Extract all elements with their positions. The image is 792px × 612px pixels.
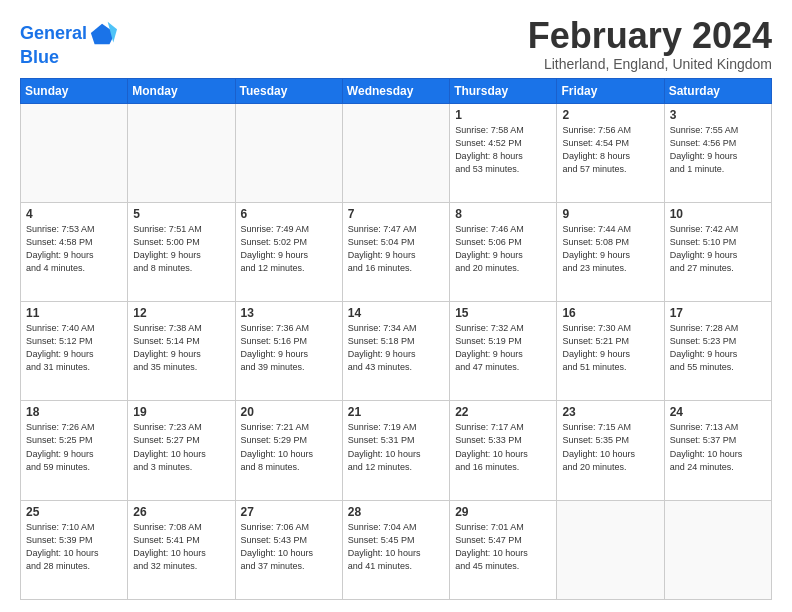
calendar-cell-w1-d4: 1Sunrise: 7:58 AM Sunset: 4:52 PM Daylig… (450, 103, 557, 202)
day-number: 2 (562, 108, 658, 122)
day-info: Sunrise: 7:17 AM Sunset: 5:33 PM Dayligh… (455, 421, 551, 473)
day-number: 29 (455, 505, 551, 519)
calendar-cell-w3-d2: 13Sunrise: 7:36 AM Sunset: 5:16 PM Dayli… (235, 302, 342, 401)
calendar-cell-w5-d3: 28Sunrise: 7:04 AM Sunset: 5:45 PM Dayli… (342, 500, 449, 599)
day-info: Sunrise: 7:42 AM Sunset: 5:10 PM Dayligh… (670, 223, 766, 275)
logo-subtext: Blue (20, 48, 117, 68)
day-number: 4 (26, 207, 122, 221)
day-info: Sunrise: 7:23 AM Sunset: 5:27 PM Dayligh… (133, 421, 229, 473)
day-info: Sunrise: 7:01 AM Sunset: 5:47 PM Dayligh… (455, 521, 551, 573)
day-info: Sunrise: 7:10 AM Sunset: 5:39 PM Dayligh… (26, 521, 122, 573)
day-info: Sunrise: 7:38 AM Sunset: 5:14 PM Dayligh… (133, 322, 229, 374)
day-info: Sunrise: 7:34 AM Sunset: 5:18 PM Dayligh… (348, 322, 444, 374)
day-info: Sunrise: 7:46 AM Sunset: 5:06 PM Dayligh… (455, 223, 551, 275)
calendar-cell-w2-d2: 6Sunrise: 7:49 AM Sunset: 5:02 PM Daylig… (235, 202, 342, 301)
location-title: Litherland, England, United Kingdom (528, 56, 772, 72)
day-info: Sunrise: 7:58 AM Sunset: 4:52 PM Dayligh… (455, 124, 551, 176)
week-row-3: 11Sunrise: 7:40 AM Sunset: 5:12 PM Dayli… (21, 302, 772, 401)
calendar-cell-w3-d6: 17Sunrise: 7:28 AM Sunset: 5:23 PM Dayli… (664, 302, 771, 401)
col-monday: Monday (128, 78, 235, 103)
col-wednesday: Wednesday (342, 78, 449, 103)
logo-text: General (20, 24, 87, 44)
day-number: 25 (26, 505, 122, 519)
calendar-cell-w5-d4: 29Sunrise: 7:01 AM Sunset: 5:47 PM Dayli… (450, 500, 557, 599)
col-friday: Friday (557, 78, 664, 103)
day-info: Sunrise: 7:55 AM Sunset: 4:56 PM Dayligh… (670, 124, 766, 176)
day-number: 6 (241, 207, 337, 221)
day-info: Sunrise: 7:13 AM Sunset: 5:37 PM Dayligh… (670, 421, 766, 473)
day-number: 27 (241, 505, 337, 519)
day-number: 16 (562, 306, 658, 320)
calendar-cell-w3-d0: 11Sunrise: 7:40 AM Sunset: 5:12 PM Dayli… (21, 302, 128, 401)
calendar-cell-w1-d3 (342, 103, 449, 202)
week-row-2: 4Sunrise: 7:53 AM Sunset: 4:58 PM Daylig… (21, 202, 772, 301)
day-number: 14 (348, 306, 444, 320)
calendar-cell-w4-d4: 22Sunrise: 7:17 AM Sunset: 5:33 PM Dayli… (450, 401, 557, 500)
week-row-4: 18Sunrise: 7:26 AM Sunset: 5:25 PM Dayli… (21, 401, 772, 500)
calendar-cell-w2-d5: 9Sunrise: 7:44 AM Sunset: 5:08 PM Daylig… (557, 202, 664, 301)
day-info: Sunrise: 7:04 AM Sunset: 5:45 PM Dayligh… (348, 521, 444, 573)
calendar-cell-w2-d1: 5Sunrise: 7:51 AM Sunset: 5:00 PM Daylig… (128, 202, 235, 301)
calendar-table: Sunday Monday Tuesday Wednesday Thursday… (20, 78, 772, 600)
calendar-cell-w4-d0: 18Sunrise: 7:26 AM Sunset: 5:25 PM Dayli… (21, 401, 128, 500)
day-info: Sunrise: 7:21 AM Sunset: 5:29 PM Dayligh… (241, 421, 337, 473)
day-number: 3 (670, 108, 766, 122)
day-number: 19 (133, 405, 229, 419)
day-number: 26 (133, 505, 229, 519)
day-info: Sunrise: 7:56 AM Sunset: 4:54 PM Dayligh… (562, 124, 658, 176)
title-block: February 2024 Litherland, England, Unite… (528, 16, 772, 72)
logo-icon (89, 20, 117, 48)
day-number: 11 (26, 306, 122, 320)
day-info: Sunrise: 7:26 AM Sunset: 5:25 PM Dayligh… (26, 421, 122, 473)
day-info: Sunrise: 7:28 AM Sunset: 5:23 PM Dayligh… (670, 322, 766, 374)
calendar-cell-w5-d0: 25Sunrise: 7:10 AM Sunset: 5:39 PM Dayli… (21, 500, 128, 599)
day-number: 20 (241, 405, 337, 419)
day-number: 28 (348, 505, 444, 519)
week-row-1: 1Sunrise: 7:58 AM Sunset: 4:52 PM Daylig… (21, 103, 772, 202)
calendar-cell-w5-d5 (557, 500, 664, 599)
calendar-cell-w5-d6 (664, 500, 771, 599)
calendar-cell-w2-d0: 4Sunrise: 7:53 AM Sunset: 4:58 PM Daylig… (21, 202, 128, 301)
day-number: 13 (241, 306, 337, 320)
month-title: February 2024 (528, 16, 772, 56)
day-number: 12 (133, 306, 229, 320)
calendar-cell-w4-d2: 20Sunrise: 7:21 AM Sunset: 5:29 PM Dayli… (235, 401, 342, 500)
col-sunday: Sunday (21, 78, 128, 103)
day-number: 5 (133, 207, 229, 221)
day-number: 23 (562, 405, 658, 419)
calendar-cell-w1-d6: 3Sunrise: 7:55 AM Sunset: 4:56 PM Daylig… (664, 103, 771, 202)
calendar-cell-w5-d1: 26Sunrise: 7:08 AM Sunset: 5:41 PM Dayli… (128, 500, 235, 599)
week-row-5: 25Sunrise: 7:10 AM Sunset: 5:39 PM Dayli… (21, 500, 772, 599)
calendar-header-row: Sunday Monday Tuesday Wednesday Thursday… (21, 78, 772, 103)
day-number: 8 (455, 207, 551, 221)
calendar-cell-w4-d6: 24Sunrise: 7:13 AM Sunset: 5:37 PM Dayli… (664, 401, 771, 500)
day-info: Sunrise: 7:08 AM Sunset: 5:41 PM Dayligh… (133, 521, 229, 573)
day-number: 21 (348, 405, 444, 419)
day-info: Sunrise: 7:36 AM Sunset: 5:16 PM Dayligh… (241, 322, 337, 374)
day-info: Sunrise: 7:30 AM Sunset: 5:21 PM Dayligh… (562, 322, 658, 374)
day-info: Sunrise: 7:15 AM Sunset: 5:35 PM Dayligh… (562, 421, 658, 473)
calendar-cell-w4-d5: 23Sunrise: 7:15 AM Sunset: 5:35 PM Dayli… (557, 401, 664, 500)
logo: General Blue (20, 20, 117, 68)
col-tuesday: Tuesday (235, 78, 342, 103)
calendar-cell-w2-d6: 10Sunrise: 7:42 AM Sunset: 5:10 PM Dayli… (664, 202, 771, 301)
calendar-cell-w2-d3: 7Sunrise: 7:47 AM Sunset: 5:04 PM Daylig… (342, 202, 449, 301)
day-info: Sunrise: 7:53 AM Sunset: 4:58 PM Dayligh… (26, 223, 122, 275)
day-number: 10 (670, 207, 766, 221)
day-info: Sunrise: 7:32 AM Sunset: 5:19 PM Dayligh… (455, 322, 551, 374)
calendar-cell-w1-d5: 2Sunrise: 7:56 AM Sunset: 4:54 PM Daylig… (557, 103, 664, 202)
calendar-cell-w1-d1 (128, 103, 235, 202)
day-number: 15 (455, 306, 551, 320)
calendar-cell-w1-d0 (21, 103, 128, 202)
col-thursday: Thursday (450, 78, 557, 103)
day-number: 17 (670, 306, 766, 320)
day-number: 7 (348, 207, 444, 221)
calendar-cell-w3-d3: 14Sunrise: 7:34 AM Sunset: 5:18 PM Dayli… (342, 302, 449, 401)
day-number: 24 (670, 405, 766, 419)
day-number: 22 (455, 405, 551, 419)
calendar-cell-w2-d4: 8Sunrise: 7:46 AM Sunset: 5:06 PM Daylig… (450, 202, 557, 301)
day-number: 1 (455, 108, 551, 122)
day-number: 9 (562, 207, 658, 221)
day-number: 18 (26, 405, 122, 419)
day-info: Sunrise: 7:44 AM Sunset: 5:08 PM Dayligh… (562, 223, 658, 275)
